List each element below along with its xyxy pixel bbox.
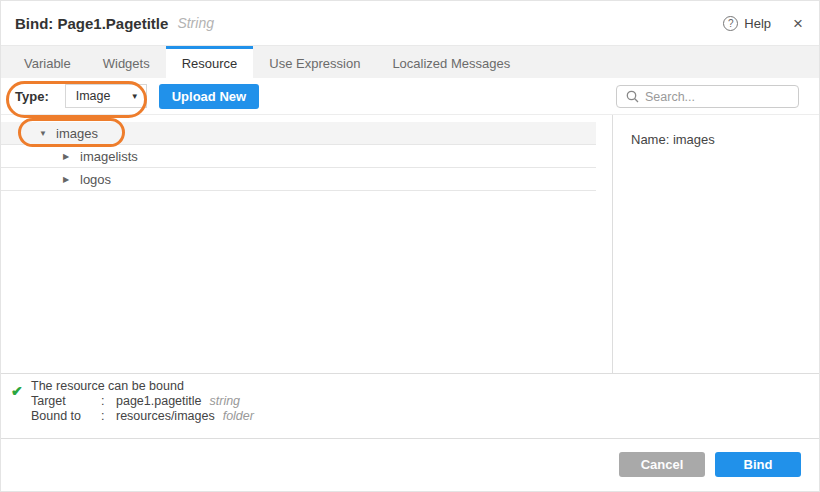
resource-tree: ▼ images ▶ imagelists ▶ logos (1, 115, 613, 373)
status-message: The resource can be bound (31, 379, 819, 394)
tree-item-imagelists[interactable]: ▶ imagelists (1, 145, 596, 168)
status-separator: : (101, 394, 116, 409)
tree-item-logos[interactable]: ▶ logos (1, 168, 596, 191)
help-button[interactable]: ? Help (723, 16, 771, 31)
status-bar: ✔ The resource can be bound Target : pag… (1, 373, 819, 438)
status-row-target: Target : page1.pagetitle string (31, 394, 819, 409)
close-icon[interactable]: × (793, 15, 803, 32)
tree-item-images[interactable]: ▼ images (1, 122, 596, 145)
status-type-hint: string (210, 394, 241, 409)
search-input[interactable] (645, 90, 798, 104)
tree-item-label: imagelists (80, 149, 138, 164)
dialog-title: Bind: Page1.Pagetitle (15, 15, 168, 32)
tree-item-label: images (56, 126, 98, 141)
search-box[interactable] (616, 85, 799, 108)
status-label: Bound to (31, 409, 101, 424)
tab-variable[interactable]: Variable (8, 46, 87, 78)
check-icon: ✔ (11, 383, 23, 399)
detail-name-text: Name: images (631, 132, 819, 147)
caret-down-icon[interactable]: ▼ (39, 129, 49, 138)
type-dropdown-value: Image (76, 89, 111, 103)
status-type-hint: folder (223, 409, 254, 424)
dialog-titlebar: Bind: Page1.Pagetitle String ? Help × (1, 1, 819, 45)
dialog-title-type-hint: String (177, 15, 214, 31)
cancel-button[interactable]: Cancel (619, 452, 705, 477)
tab-bar: Variable Widgets Resource Use Expression… (1, 45, 819, 78)
status-row-bound-to: Bound to : resources/images folder (31, 409, 819, 424)
help-label: Help (744, 16, 771, 31)
tab-widgets[interactable]: Widgets (87, 46, 166, 78)
detail-panel: Name: images (613, 115, 819, 373)
status-separator: : (101, 409, 116, 424)
type-dropdown[interactable]: Image ▼ (65, 84, 147, 108)
status-value: page1.pagetitle (116, 394, 202, 409)
bind-dialog: Bind: Page1.Pagetitle String ? Help × Va… (0, 0, 820, 492)
upload-new-button[interactable]: Upload New (159, 84, 259, 109)
type-label: Type: (15, 89, 49, 104)
search-icon (626, 90, 639, 103)
dialog-footer: Cancel Bind (1, 438, 819, 492)
status-value: resources/images (116, 409, 215, 424)
help-icon: ? (723, 16, 738, 31)
caret-right-icon[interactable]: ▶ (63, 175, 73, 184)
dropdown-arrow-icon: ▼ (131, 92, 139, 101)
caret-right-icon[interactable]: ▶ (63, 152, 73, 161)
resource-toolbar: Type: Image ▼ Upload New (1, 78, 819, 114)
status-label: Target (31, 394, 101, 409)
tab-localized-messages[interactable]: Localized Messages (376, 46, 526, 78)
tree-item-label: logos (80, 172, 111, 187)
bind-button[interactable]: Bind (715, 452, 801, 477)
content-area: ▼ images ▶ imagelists ▶ logos Name: imag… (1, 114, 819, 373)
tab-resource[interactable]: Resource (166, 46, 254, 78)
tab-use-expression[interactable]: Use Expression (253, 46, 376, 78)
